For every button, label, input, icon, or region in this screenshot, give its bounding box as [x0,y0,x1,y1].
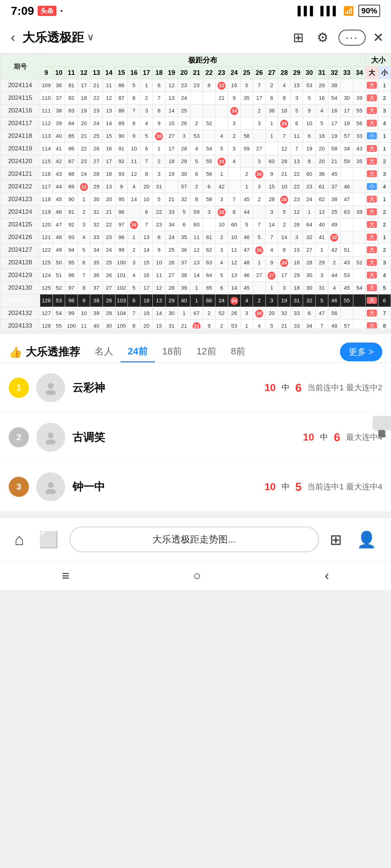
data-cell: 36 [52,79,65,92]
data-cell: 2 [153,155,165,168]
data-cell: 55 [341,294,353,307]
data-cell: 23 [190,79,203,92]
small-count-cell: 1 [378,231,391,244]
more-button[interactable]: ··· [339,30,366,46]
title-chevron-icon[interactable]: ∨ [87,32,94,43]
data-cell: 2 [328,256,341,269]
data-cell: 48 [328,320,341,329]
grid-icon[interactable]: ⊞ [326,528,346,552]
recommend-item[interactable]: 1 云彩神 10 中 6 当前连中1 最大连中2 [0,363,391,413]
status-tag: 头条 [38,6,56,16]
data-cell: 25 [328,206,341,218]
data-cell: 13 [102,180,115,193]
close-button[interactable]: ✕ [373,30,384,45]
tab-18[interactable]: 18前 [155,341,189,362]
data-cell: 27 [253,269,266,282]
data-cell: 7 [253,218,266,231]
big-small-cell: 大 [366,168,378,180]
tab-8[interactable]: 8前 [224,341,253,362]
new-tab-icon[interactable]: ⬜ [35,527,62,553]
data-cell [353,294,366,307]
tab-celebrity[interactable]: 名人 [87,341,121,362]
data-cell: 21 [278,168,291,180]
data-cell: 86 [65,142,78,155]
data-cell: 84 [65,117,78,130]
data-cell: 30 [341,92,353,105]
data-cell [165,180,178,193]
data-table-container[interactable]: 期号 极距分布 大小 9 10 11 12 13 14 15 16 17 18 … [0,54,391,328]
data-cell: 6 [303,307,316,320]
data-cell: 39 [52,117,65,130]
data-cell: 31 [90,206,103,218]
data-cell: 12 [190,244,203,256]
back-button[interactable]: ‹ [7,26,19,49]
user-name: 钟一中 [72,480,257,494]
data-cell: 5 [215,269,228,282]
data-cell: 90 [65,193,78,206]
data-cell: 49 [328,218,341,231]
data-cell: 2 [77,206,90,218]
home-button[interactable]: ○ [179,565,216,587]
data-cell [353,79,366,92]
grid-view-icon[interactable]: ⊞ [290,27,307,48]
recommend-title: 👍 大乐透推荐 [9,345,80,359]
data-cell: 121 [40,231,53,244]
data-cell: 22 [290,180,303,193]
data-cell: 21 [190,320,203,329]
data-cell: 16 [140,269,153,282]
settings-icon[interactable]: ⚙ [314,27,331,48]
data-cell: 1 [153,142,165,155]
period-cell: 2024125 [0,218,40,231]
data-cell: 5 [316,294,328,307]
hide-recommend-button[interactable]: 隐藏推荐 [373,416,391,430]
hit-stats: 最大连中4 [346,432,382,443]
data-cell: 57 [341,320,353,329]
top-navigation: ‹ 大乐透极距 ∨ ⊞ ⚙ ··· ✕ [0,22,391,54]
battery-indicator: 90% [358,5,380,17]
home-icon[interactable]: ⌂ [11,527,28,552]
data-cell: 4 [215,256,228,269]
data-cell: 32 [178,193,190,206]
big-small-cell: 大 [366,142,378,155]
data-cell: 20 [316,155,328,168]
data-cell: 23 [290,193,303,206]
data-cell: 28 [90,168,103,180]
data-cell: 23 [90,105,103,117]
tab-24[interactable]: 24前 [121,341,155,362]
hit-stats: 当前连中1 最大连中4 [307,481,382,492]
recommend-item[interactable]: 2 古调笑 10 中 6 最大连中4 [0,413,391,462]
search-bar[interactable]: 大乐透极距走势图... [70,527,319,552]
data-cell: 53 [190,130,203,142]
data-cell: 45 [240,282,253,294]
big-small-cell: 大 [366,244,378,256]
menu-button[interactable]: ≡ [47,565,84,587]
user-icon[interactable]: 👤 [353,527,380,553]
data-cell: 60 [228,218,240,231]
data-cell: 17 [278,269,291,282]
big-small-cell: 大 [366,206,378,218]
status-dot: · [60,5,63,17]
data-cell: 3 [265,206,278,218]
data-cell: 63 [341,206,353,218]
data-cell: 9 [265,168,278,180]
data-cell: 14 [140,244,153,256]
data-cell: 40 [90,320,103,329]
more-button[interactable]: 更多 > [340,342,382,361]
data-cell: 46 [328,294,341,307]
data-cell: 3 [240,307,253,320]
avatar [36,423,65,452]
data-cell: 5 [240,218,253,231]
data-cell: 4 [328,282,341,294]
data-cell: 13 [153,294,165,307]
data-cell: 13 [190,256,203,269]
data-cell: 11 [128,155,140,168]
data-cell [228,168,240,180]
data-cell: 21 [278,320,291,329]
data-cell [341,231,353,244]
period-cell: 2024117 [0,117,40,130]
back-button-sys[interactable]: ‹ [310,565,344,587]
svg-point-3 [46,439,56,444]
data-cell: 5 [128,282,140,294]
recommend-item[interactable]: 3 钟一中 10 中 5 当前连中1 最大连中4 [0,462,391,512]
tab-12[interactable]: 12前 [189,341,224,362]
